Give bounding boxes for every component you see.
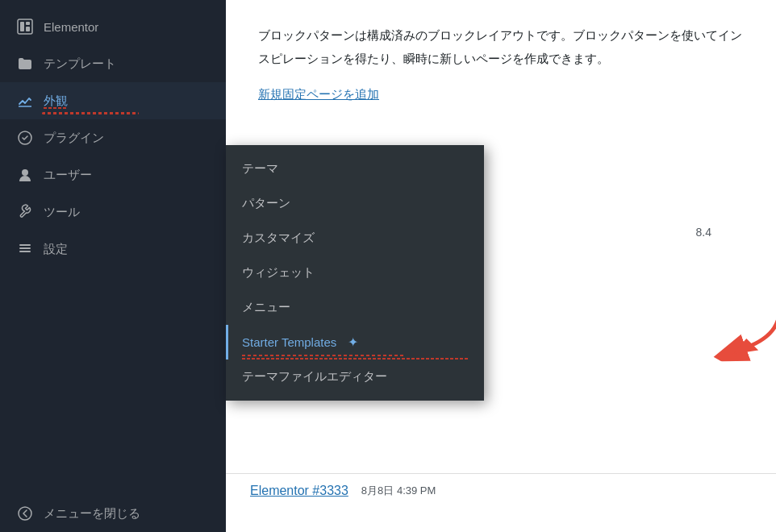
submenu-label-theme: テーマ [242,161,278,177]
folder-icon [16,55,34,73]
submenu-item-theme-file-editor[interactable]: テーマファイルエディター [226,360,484,394]
submenu-label-starter-templates: Starter Templates [242,335,336,349]
svg-rect-7 [19,244,31,246]
svg-rect-1 [20,22,24,31]
submenu-label-theme-file-editor: テーマファイルエディター [242,369,387,384]
sidebar-item-label-plugins: プラグイン [44,131,104,146]
elementor-link[interactable]: Elementor #3333 [250,484,348,498]
submenu-label-widget: ウィジェット [242,265,315,281]
sidebar-item-elementor[interactable]: Elementor [0,8,226,45]
sidebar-item-label-appearance: 外観 [44,94,68,109]
sidebar-item-users[interactable]: ユーザー [0,156,226,193]
svg-point-5 [22,169,28,176]
settings-icon [16,240,34,258]
sidebar-item-settings[interactable]: 設定 [0,231,226,268]
elementor-link-label: Elementor #3333 [250,484,348,497]
sparkle-icon: ✦ [348,335,358,350]
sidebar-item-appearance[interactable]: 外観 [0,82,226,119]
svg-marker-11 [733,337,761,364]
description-text: ブロックパターンは構成済みのブロックレイアウトです。ブロックパターンを使いてイン… [258,24,744,70]
submenu-item-widget[interactable]: ウィジェット [226,256,484,290]
svg-rect-3 [26,27,30,31]
submenu-label-pattern: パターン [242,196,290,211]
svg-rect-8 [19,251,31,252]
sidebar-item-label-users: ユーザー [44,168,92,183]
bottom-date: 8月8日 4:39 PM [361,484,436,498]
sidebar: Elementor テンプレート 外観 プラグイン [0,0,226,532]
submenu-label-menu: メニュー [242,300,290,315]
sidebar-item-label-template: テンプレート [44,56,116,72]
add-page-link-label: 新規固定ページを追加 [258,87,379,101]
plugins-icon [16,129,34,147]
version-number: 8.4 [696,226,711,239]
svg-point-9 [19,507,31,520]
submenu-item-starter-templates[interactable]: Starter Templates ✦ [226,325,484,360]
elementor-icon [16,18,34,35]
sidebar-item-label-settings: 設定 [44,242,68,257]
sidebar-item-close-menu[interactable]: メニューを閉じる [0,495,226,532]
sidebar-item-label-elementor: Elementor [44,20,98,34]
add-page-link[interactable]: 新規固定ページを追加 [258,87,379,101]
users-icon [16,166,34,184]
close-menu-icon [16,505,34,522]
submenu-item-customize[interactable]: カスタマイズ [226,221,484,256]
submenu-label-customize: カスタマイズ [242,231,315,246]
sidebar-item-label-close-menu: メニューを閉じる [44,506,140,522]
sidebar-item-template[interactable]: テンプレート [0,45,226,82]
sidebar-item-label-tools: ツール [44,205,80,220]
appearance-submenu: テーマ パターン カスタマイズ ウィジェット メニュー Starter Temp… [226,145,484,401]
bottom-table-row: Elementor #3333 8月8日 4:39 PM [226,473,776,508]
sidebar-item-plugins[interactable]: プラグイン [0,119,226,156]
submenu-item-menu[interactable]: メニュー [226,290,484,325]
sidebar-item-tools[interactable]: ツール [0,193,226,231]
appearance-icon [16,92,34,110]
submenu-item-theme[interactable]: テーマ [226,152,484,186]
svg-rect-0 [18,19,32,34]
svg-rect-6 [19,247,31,249]
tools-icon [16,203,34,221]
version-badge: 8.4 [696,226,711,239]
submenu-item-pattern[interactable]: パターン [226,186,484,221]
red-arrow-annotation [690,260,776,387]
svg-rect-2 [26,22,30,25]
